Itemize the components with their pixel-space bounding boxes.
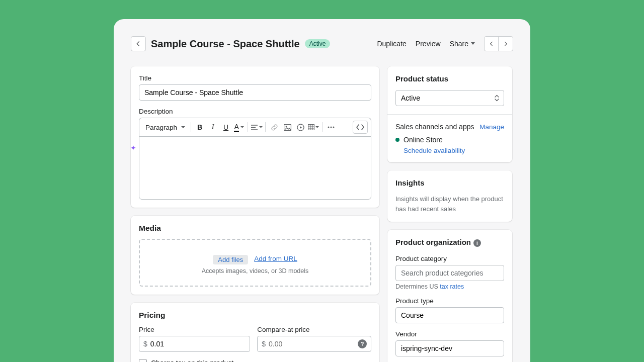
schedule-link[interactable]: Schedule availability — [404, 147, 504, 154]
italic-button[interactable]: I — [207, 121, 219, 133]
image-button[interactable] — [281, 121, 293, 133]
description-editor[interactable]: ✦ — [139, 136, 371, 200]
price-input[interactable] — [149, 336, 246, 351]
title-input[interactable] — [139, 84, 371, 101]
pricing-title: Pricing — [139, 311, 371, 320]
svg-point-1 — [285, 126, 287, 127]
bold-button[interactable]: B — [194, 121, 206, 133]
manage-link[interactable]: Manage — [479, 123, 504, 131]
next-button[interactable] — [499, 37, 513, 51]
tax-rates-link[interactable]: tax rates — [440, 283, 464, 290]
description-label: Description — [139, 108, 371, 115]
insights-title: Insights — [395, 178, 504, 187]
add-files-button[interactable]: Add files — [213, 255, 248, 264]
channel-name: Online Store — [404, 136, 443, 144]
video-button[interactable] — [294, 121, 306, 133]
media-dropzone[interactable]: Add files Add from URL Accepts images, v… — [139, 239, 371, 287]
organization-card: Product organizationi Product category D… — [387, 230, 512, 362]
media-title: Media — [139, 224, 371, 233]
type-label: Product type — [395, 297, 504, 305]
share-button[interactable]: Share — [450, 40, 475, 48]
charge-tax-label: Charge tax on this product — [151, 359, 233, 362]
compare-price-input[interactable] — [268, 336, 358, 351]
preview-button[interactable]: Preview — [416, 40, 441, 48]
svg-point-4 — [328, 127, 330, 128]
org-title: Product organizationi — [395, 238, 504, 247]
vendor-input[interactable] — [395, 340, 504, 356]
compare-label: Compare-at price — [257, 326, 371, 333]
duplicate-button[interactable]: Duplicate — [377, 40, 406, 48]
back-button[interactable] — [131, 36, 146, 51]
price-label: Price — [139, 326, 250, 333]
ai-sparkle-icon[interactable]: ✦ — [130, 144, 136, 152]
channels-title: Sales channels and apps — [395, 123, 474, 131]
type-input[interactable] — [395, 307, 504, 323]
category-label: Product category — [395, 255, 504, 262]
editor-toolbar: Paragraph B I U A — [139, 118, 371, 136]
prev-button[interactable] — [485, 37, 499, 51]
media-hint: Accepts images, videos, or 3D models — [145, 267, 365, 275]
align-button[interactable] — [251, 121, 263, 133]
page-title: Sample Course - Space Shuttle — [151, 38, 300, 50]
code-view-button[interactable] — [353, 121, 368, 134]
svg-point-5 — [331, 127, 332, 128]
more-button[interactable] — [325, 121, 337, 133]
insights-card: Insights Insights will display when the … — [387, 170, 512, 222]
info-icon[interactable]: i — [473, 239, 481, 247]
status-badge: Active — [305, 39, 331, 48]
share-label: Share — [450, 40, 468, 48]
status-title: Product status — [395, 74, 504, 83]
currency-symbol: $ — [262, 340, 266, 348]
status-card: Product status Sales channels and apps M… — [387, 66, 512, 162]
svg-rect-3 — [308, 125, 314, 130]
pricing-card: Pricing Price $ Compare-at price $ — [131, 303, 379, 362]
status-select[interactable] — [395, 90, 504, 106]
media-card: Media Add files Add from URL Accepts ima… — [131, 216, 379, 295]
caret-down-icon — [471, 42, 475, 45]
insights-text: Insights will display when the product h… — [395, 194, 504, 214]
caret-down-icon — [181, 126, 185, 129]
svg-point-6 — [333, 127, 335, 128]
status-dot-icon — [395, 138, 399, 142]
title-card: Title Description Paragraph B I U A — [131, 66, 379, 208]
table-button[interactable] — [307, 121, 319, 133]
category-input[interactable] — [395, 265, 504, 281]
text-color-button[interactable]: A — [233, 121, 245, 133]
add-from-url-link[interactable]: Add from URL — [254, 255, 297, 264]
title-label: Title — [139, 74, 371, 82]
link-button[interactable] — [268, 121, 280, 133]
charge-tax-checkbox[interactable] — [139, 359, 147, 362]
underline-button[interactable]: U — [220, 121, 232, 133]
help-icon[interactable]: ? — [358, 339, 367, 348]
currency-symbol: $ — [143, 340, 147, 348]
category-hint: Determines US tax rates — [395, 283, 504, 290]
vendor-label: Vendor — [395, 330, 504, 338]
